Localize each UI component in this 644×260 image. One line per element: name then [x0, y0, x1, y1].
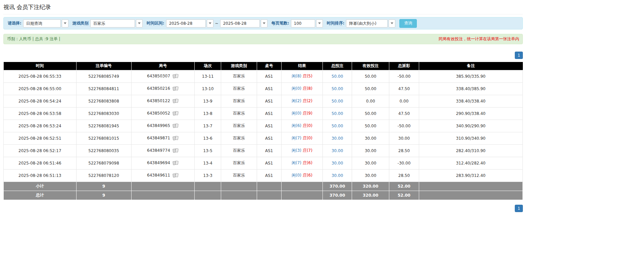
result-banker: 庄(5)	[303, 74, 312, 78]
cell-total-bet: 30.00	[323, 169, 352, 182]
cell-total-bet: 30.00	[323, 157, 352, 169]
date-to-input[interactable]: 2025-08-28	[220, 19, 260, 27]
page-size-arrow-button[interactable]	[316, 19, 323, 27]
cell-note: 310.90/340.90	[419, 132, 523, 144]
total-bet-link[interactable]: 50.00	[332, 111, 343, 116]
page-button-1[interactable]: 1	[515, 52, 523, 59]
page-size-dropdown: 100	[291, 19, 323, 27]
column-header: 桌号	[257, 62, 281, 70]
cell-game-type: 百家乐	[221, 144, 257, 157]
summary-label: 小计	[4, 182, 77, 191]
result-player: 闲(0)	[292, 173, 301, 178]
summary-valid-bet: 320.00	[352, 182, 389, 191]
betting-records-table: 时间注单编号局号场次游戏类别桌号结果总投注有效投注总派彩备注 2025-08-2…	[3, 62, 523, 200]
cell-time: 2025-08-28 06:51:46	[4, 157, 77, 169]
total-bet-link[interactable]: 30.00	[332, 161, 343, 166]
time-sort-label: 时间排序:	[327, 20, 345, 26]
cell-result: 闲(0) 庄(8)	[281, 82, 323, 95]
time-sort-arrow-button[interactable]	[389, 19, 395, 27]
time-sort-value[interactable]: 降幂(由大到小)	[346, 19, 388, 27]
cell-result: 闲(7) 庄(6)	[281, 157, 323, 169]
table-row: 2025-08-28 06:51:46522768079098643849694…	[4, 157, 523, 169]
view-cards-icon[interactable]	[172, 160, 179, 166]
date-from-input[interactable]: 2025-08-28	[166, 19, 206, 27]
chevron-down-icon	[209, 22, 211, 24]
cell-result: 闲(7) 庄(0)	[281, 132, 323, 144]
currency-summary-text: 币别 : 人民币 | 总共 :9 注单 |	[7, 36, 60, 42]
view-cards-icon[interactable]	[172, 136, 179, 141]
result-banker: 庄(8)	[303, 86, 312, 91]
cell-note: 338.40/338.40	[419, 95, 523, 107]
total-bet-link[interactable]: 30.00	[332, 148, 343, 153]
cell-time: 2025-08-28 06:52:51	[4, 132, 77, 144]
table-row: 2025-08-28 06:51:13522768078120643849611…	[4, 169, 523, 182]
total-bet-link[interactable]: 50.00	[332, 74, 343, 79]
betting-records-page: 视讯 会员下注纪录 请选择: 日期查询 游戏类别 百家乐 时间区间: 2025-…	[0, 0, 526, 219]
column-header: 局号	[131, 62, 195, 70]
total-bet-link[interactable]: 50.00	[332, 99, 343, 104]
cell-total-bet: 50.00	[323, 120, 352, 132]
cell-valid-bet: 30.00	[352, 169, 389, 182]
result-banker: 庄(2)	[303, 99, 312, 103]
cell-session: 13-11	[195, 70, 221, 82]
total-bet-link[interactable]: 50.00	[332, 124, 343, 128]
page-title: 视讯 会员下注纪录	[3, 3, 523, 14]
round-id-text: 643849694	[147, 160, 170, 165]
cell-table-no: AS1	[257, 169, 281, 182]
table-row: 2025-08-28 06:52:51522768081015643849871…	[4, 132, 523, 144]
date-from-arrow-button[interactable]	[207, 19, 213, 27]
total-bet-link[interactable]: 30.00	[332, 173, 343, 178]
table-body: 2025-08-28 06:55:33522768085749643850307…	[4, 70, 523, 200]
game-type-arrow-button[interactable]	[136, 19, 143, 27]
cell-time: 2025-08-28 06:52:17	[4, 144, 77, 157]
summary-count: 9	[76, 191, 131, 200]
cell-time: 2025-08-28 06:55:33	[4, 70, 77, 82]
summary-payout: 52.00	[389, 182, 419, 191]
page-button-1[interactable]: 1	[515, 205, 523, 212]
view-cards-icon[interactable]	[172, 173, 179, 178]
page-size-value[interactable]: 100	[291, 19, 315, 27]
cell-game-type: 百家乐	[221, 132, 257, 144]
game-type-value[interactable]: 百家乐	[90, 19, 135, 27]
select-type-arrow-button[interactable]	[62, 19, 68, 27]
cell-session: 13-8	[195, 107, 221, 120]
cell-payout: 47.50	[389, 82, 419, 95]
round-id-text: 643850122	[147, 99, 170, 103]
cell-time: 2025-08-28 06:51:13	[4, 169, 77, 182]
table-row: 2025-08-28 06:53:58522768083030643850052…	[4, 107, 523, 120]
view-cards-icon[interactable]	[172, 99, 179, 104]
view-cards-icon[interactable]	[172, 148, 179, 153]
result-player: 闲(2)	[292, 99, 301, 103]
result-banker: 庄(0)	[303, 123, 312, 128]
pagination-bottom: 1	[3, 205, 523, 212]
view-cards-icon[interactable]	[172, 111, 179, 116]
cell-note: 283.90/312.40	[419, 169, 523, 182]
cell-bet-id: 522768083030	[76, 107, 131, 120]
column-header: 时间	[4, 62, 77, 70]
cell-note: 312.40/282.40	[419, 157, 523, 169]
total-bet-link[interactable]: 50.00	[332, 86, 343, 91]
cell-game-type: 百家乐	[221, 169, 257, 182]
select-type-value[interactable]: 日期查询	[23, 19, 61, 27]
result-player: 闲(3)	[292, 148, 301, 153]
search-button[interactable]: 查询	[399, 19, 417, 28]
cell-result: 闲(0) 庄(6)	[281, 169, 323, 182]
column-header: 总投注	[323, 62, 352, 70]
date-to-arrow-button[interactable]	[261, 19, 267, 27]
column-header: 备注	[419, 62, 523, 70]
summary-total-bet: 370.00	[323, 191, 352, 200]
cell-note: 385.90/335.90	[419, 70, 523, 82]
cell-valid-bet: 50.00	[352, 82, 389, 95]
total-bet-link[interactable]: 30.00	[332, 136, 343, 141]
cell-table-no: AS1	[257, 107, 281, 120]
view-cards-icon[interactable]	[172, 123, 179, 128]
cell-table-no: AS1	[257, 157, 281, 169]
summary-payout: 52.00	[389, 191, 419, 200]
view-cards-icon[interactable]	[172, 86, 179, 91]
cell-round-id: 643850307	[131, 70, 195, 82]
chevron-down-icon	[64, 22, 66, 24]
view-cards-icon[interactable]	[172, 74, 179, 79]
cell-total-bet: 30.00	[323, 144, 352, 157]
cell-game-type: 百家乐	[221, 157, 257, 169]
cell-payout: 0.00	[389, 95, 419, 107]
